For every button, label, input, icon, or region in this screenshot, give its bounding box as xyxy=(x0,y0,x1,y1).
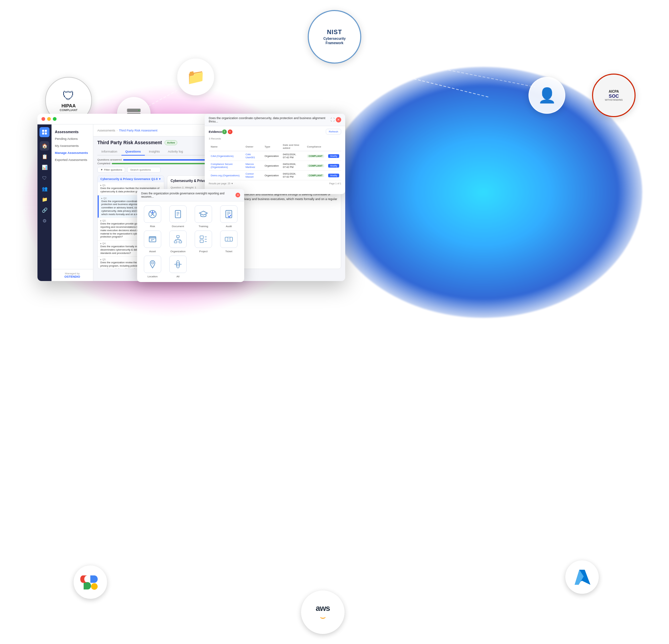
all-icon-box xyxy=(169,256,187,273)
aicpa-badge: AICPA SOC WITHSTANDING xyxy=(592,74,636,117)
nav-item-exported[interactable]: Exported Assessments xyxy=(52,156,93,163)
project-icon-box xyxy=(195,230,212,248)
traffic-lights xyxy=(42,117,57,121)
nist-title: NIST xyxy=(327,29,342,36)
svg-rect-37 xyxy=(174,241,177,243)
close-button[interactable] xyxy=(42,117,45,121)
svg-rect-17 xyxy=(42,132,44,134)
records-count: 3 Records xyxy=(209,137,341,140)
filter-icon: ▼ xyxy=(100,168,103,171)
breadcrumb-current: Third Party Risk Assessment xyxy=(119,129,158,132)
row1-name[interactable]: CAA (Organizations) xyxy=(209,151,243,161)
row1-compliance: COMPLIANT xyxy=(307,155,325,158)
active-badge: Active xyxy=(165,140,177,145)
popup-item-asset[interactable]: Asset xyxy=(141,230,164,253)
svg-rect-38 xyxy=(179,241,182,243)
popup-item-location[interactable]: Location xyxy=(141,256,164,278)
nav-item-my-assessments[interactable]: My Assessments xyxy=(52,142,93,149)
popup-item-all[interactable]: All xyxy=(167,256,189,278)
row3-owner: Connor Massel xyxy=(243,171,262,180)
asset-label: Asset xyxy=(149,250,156,253)
filter-questions-button[interactable]: ▼ Filter questions xyxy=(97,167,125,173)
project-label: Project xyxy=(199,250,208,253)
minimize-button[interactable] xyxy=(47,117,51,121)
link-popup: Does the organization provide governance… xyxy=(137,189,244,282)
popup-close-button[interactable]: ✕ xyxy=(236,193,240,197)
nav-item-manage[interactable]: Manage Assessments xyxy=(52,149,93,156)
document-label: Document xyxy=(172,225,184,228)
tab-activity-log[interactable]: Activity log xyxy=(164,148,187,156)
sidebar-folder-icon[interactable]: 📁 xyxy=(40,195,49,204)
popup-body: Risk Document xyxy=(137,201,244,282)
left-nav: Assessments Pending Actions My Assessmen… xyxy=(52,125,93,281)
evidence-close-button[interactable]: ✕ xyxy=(336,117,341,123)
left-nav-footer: Managed by OSTENDIO xyxy=(52,269,93,281)
popup-item-ticket[interactable]: Ticket xyxy=(217,230,240,253)
section-range[interactable]: Q1-9 ▼ xyxy=(151,177,161,181)
page-title: Third Party Risk Assessment xyxy=(97,140,162,145)
col-name: Name xyxy=(209,142,243,151)
row1-modify-button[interactable]: Modify xyxy=(328,154,339,158)
breadcrumb-sep: › xyxy=(117,129,118,132)
tab-information[interactable]: Information xyxy=(97,148,122,156)
count-red-badge: 0 xyxy=(228,129,232,134)
row2-modify-button[interactable]: Modify xyxy=(328,164,339,168)
svg-rect-44 xyxy=(200,240,203,243)
sidebar-home-icon[interactable]: 🏠 xyxy=(40,141,49,151)
connection-lines xyxy=(0,0,669,644)
organization-icon-box xyxy=(169,230,187,248)
location-label: Location xyxy=(147,275,158,278)
evidence-expand-icon[interactable]: ⛶ xyxy=(330,117,334,122)
col-type: Type xyxy=(262,142,281,151)
popup-item-document[interactable]: Document xyxy=(167,205,189,228)
stat-answered: Questions answered 17/255 xyxy=(97,158,219,161)
evidence-sub-header: Evidence 3 0 Refresh xyxy=(209,129,341,134)
refresh-button[interactable]: Refresh xyxy=(326,129,341,134)
table-footer: Results per page: 25 ▼ Page 1 of 1 xyxy=(209,182,341,185)
aicpa-sub: WITHSTANDING xyxy=(605,99,623,101)
section-header: Cybersecurity & Privacy Governance Q1-9 … xyxy=(98,176,164,182)
results-per-page[interactable]: Results per page: 25 ▼ xyxy=(209,182,233,185)
sidebar-chart-icon[interactable]: 📊 xyxy=(40,162,49,172)
svg-point-20 xyxy=(152,212,153,213)
azure-logo xyxy=(565,560,599,594)
svg-line-8 xyxy=(368,401,502,535)
svg-rect-15 xyxy=(42,130,44,132)
aws-logo: aws ⌣ xyxy=(301,590,344,634)
popup-item-project[interactable]: Project xyxy=(192,230,215,253)
aws-text: aws xyxy=(316,603,330,613)
search-questions-input[interactable] xyxy=(127,167,160,173)
row2-name[interactable]: Compliance Secure (Organizations) xyxy=(209,161,243,171)
managed-by-label: Managed by xyxy=(54,272,90,275)
sidebar-logo[interactable] xyxy=(40,127,49,137)
svg-rect-16 xyxy=(45,130,47,132)
left-nav-title: Assessments xyxy=(52,128,93,135)
tab-questions[interactable]: Questions xyxy=(122,148,145,156)
breadcrumb: Assessments › Third Party Risk Assessmen… xyxy=(97,129,158,132)
training-label: Training xyxy=(199,225,209,228)
popup-item-organization[interactable]: Organization xyxy=(167,230,189,253)
row3-modify-button[interactable]: Modify xyxy=(328,174,339,177)
tab-insights[interactable]: Insights xyxy=(145,148,164,156)
sidebar-list-icon[interactable]: 📋 xyxy=(40,152,49,161)
google-cloud-logo xyxy=(74,566,107,599)
sidebar-settings-icon[interactable]: ⚙ xyxy=(40,216,49,226)
row3-name[interactable]: Demo.org (Organizations) xyxy=(209,171,243,180)
evidence-label: Evidence xyxy=(209,130,222,133)
sidebar: 🏠 📋 📊 🛡 👥 📁 🔗 ⚙ xyxy=(38,125,52,281)
row3-type: Organization xyxy=(262,171,281,180)
popup-item-risk[interactable]: Risk xyxy=(141,205,164,228)
popup-item-audit[interactable]: Audit xyxy=(217,205,240,228)
stat-answered-label: Questions answered xyxy=(97,158,122,161)
sidebar-users-icon[interactable]: 👥 xyxy=(40,184,49,194)
sidebar-link-icon[interactable]: 🔗 xyxy=(40,205,49,215)
sidebar-shield-icon[interactable]: 🛡 xyxy=(40,173,49,183)
completed-bar xyxy=(112,163,211,164)
location-icon-box xyxy=(144,256,161,273)
risk-label: Risk xyxy=(150,225,155,228)
maximize-button[interactable] xyxy=(53,117,57,121)
svg-line-6 xyxy=(368,552,502,602)
popup-item-training[interactable]: Training xyxy=(192,205,215,228)
nav-item-pending[interactable]: Pending Actions xyxy=(52,135,93,142)
svg-line-23 xyxy=(150,212,151,212)
